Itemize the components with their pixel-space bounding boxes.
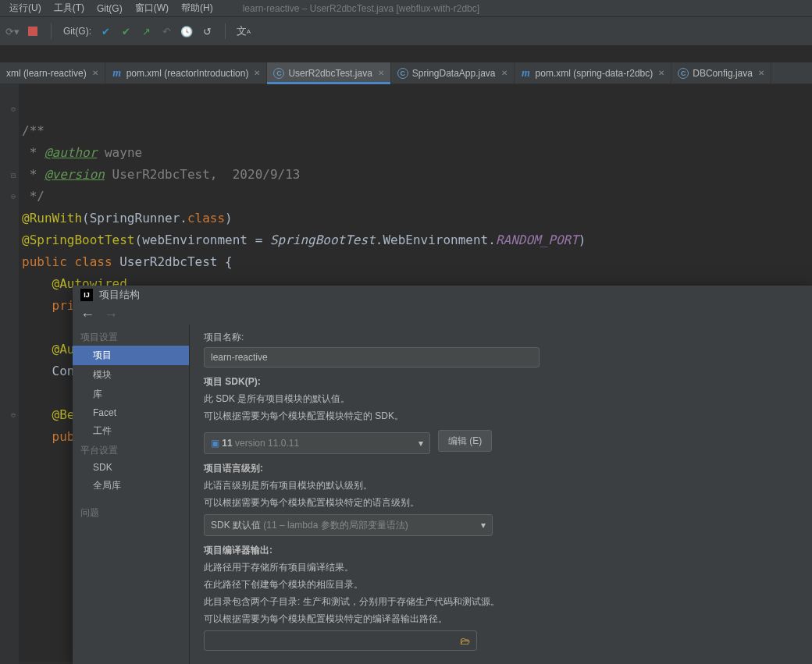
- out-help-1: 此路径用于存储所有项目编译结果。: [204, 560, 798, 574]
- rollback-icon[interactable]: ↺: [201, 25, 213, 37]
- dialog-titlebar[interactable]: IJ 项目结构: [73, 286, 812, 304]
- maven-icon: m: [112, 68, 123, 79]
- toolbar: ⟳▾ Git(G): ✔ ✔ ↗ ↶ 🕓 ↺ 文A: [0, 17, 812, 45]
- dialog-sidebar: 项目设置 项目 模块 库 Facet 工件 平台设置 SDK 全局库 问题: [73, 325, 190, 664]
- tab-label: SpringDataApp.java: [412, 68, 496, 79]
- sdk-help-1: 此 SDK 是所有项目模块的默认值。: [204, 392, 798, 406]
- chevron-down-icon: ▾: [481, 520, 486, 531]
- tab-label: UserR2dbcTest.java: [288, 68, 372, 79]
- out-help-3: 此目录包含两个子目录: 生产和测试，分别用于存储生产代码和测试源。: [204, 595, 798, 609]
- history-icon[interactable]: 🕓: [180, 25, 193, 37]
- folder-icon: ▣: [211, 438, 219, 449]
- project-name-input[interactable]: [204, 347, 540, 368]
- run-dropdown-icon[interactable]: ⟳▾: [6, 25, 19, 37]
- close-icon[interactable]: ✕: [378, 69, 384, 77]
- fold-icon[interactable]: ⊟: [11, 165, 16, 186]
- close-icon[interactable]: ✕: [658, 69, 664, 77]
- window-title: learn-reactive – UserR2dbcTest.java [web…: [243, 3, 479, 14]
- sidebar-item-sdks[interactable]: SDK: [73, 459, 189, 476]
- menu-window[interactable]: 窗口(W): [129, 0, 175, 16]
- compiler-output-input[interactable]: 🗁: [204, 630, 477, 651]
- editor-tabs: xml (learn-reactive) ✕ m pom.xml (reacto…: [0, 62, 812, 84]
- menu-help[interactable]: 帮助(H): [175, 0, 219, 16]
- tab-pom-r2dbc[interactable]: m pom.xml (spring-data-r2dbc) ✕: [515, 62, 672, 83]
- git-history-icon[interactable]: ↶: [160, 25, 173, 37]
- git-push-icon[interactable]: ↗: [140, 25, 152, 37]
- close-icon[interactable]: ✕: [254, 69, 260, 77]
- dialog-main: 项目名称: 项目 SDK(P): 此 SDK 是所有项目模块的默认值。 可以根据…: [190, 325, 812, 664]
- language-level-label: 项目语言级别:: [204, 462, 798, 475]
- tab-label: pom.xml (spring-data-r2dbc): [536, 68, 654, 79]
- browse-folder-icon[interactable]: 🗁: [460, 635, 470, 647]
- compiler-output-label: 项目编译器输出:: [204, 544, 798, 557]
- project-structure-dialog: IJ 项目结构 ← → 项目设置 项目 模块 库 Facet 工件 平台设置 S…: [73, 286, 812, 664]
- dialog-title: 项目结构: [99, 288, 140, 302]
- tab-pom-reactor[interactable]: m pom.xml (reactorIntroduction) ✕: [105, 62, 268, 83]
- tab-label: xml (learn-reactive): [6, 68, 87, 79]
- class-icon: C: [273, 68, 284, 79]
- sdk-combo[interactable]: ▣ 11 version 11.0.11 ▾: [204, 432, 430, 454]
- sidebar-item-global-libs[interactable]: 全局库: [73, 476, 189, 495]
- sidebar-item-modules[interactable]: 模块: [73, 365, 189, 385]
- sidebar-item-facets[interactable]: Facet: [73, 404, 189, 421]
- close-icon[interactable]: ✕: [501, 69, 508, 77]
- lang-help-2: 可以根据需要为每个模块配置模块特定的语言级别。: [204, 495, 798, 510]
- out-help-4: 可以根据需要为每个模块配置模块特定的编译器输出路径。: [204, 612, 798, 626]
- maven-icon: m: [521, 68, 532, 79]
- tab-dbconfig[interactable]: C DBConfig.java ✕: [671, 62, 771, 83]
- edit-sdk-button[interactable]: 编辑 (E): [438, 430, 492, 452]
- tab-springdataapp[interactable]: C SpringDataApp.java ✕: [391, 62, 515, 83]
- menu-git[interactable]: Git(G): [91, 2, 129, 16]
- tab-xml-learn-reactive[interactable]: xml (learn-reactive) ✕: [0, 62, 105, 83]
- fold-icon[interactable]: ⊖: [11, 186, 16, 208]
- fold-icon[interactable]: ⊖: [11, 404, 16, 426]
- language-level-combo[interactable]: SDK 默认值 (11 – lambda 参数的局部变量语法) ▾: [204, 514, 493, 536]
- class-icon: C: [397, 68, 408, 79]
- idea-icon: IJ: [80, 289, 93, 301]
- translate-icon[interactable]: 文A: [237, 25, 250, 37]
- git-label: Git(G):: [63, 26, 91, 37]
- tab-userr2dbctest[interactable]: C UserR2dbcTest.java ✕: [267, 62, 390, 83]
- sidebar-item-artifacts[interactable]: 工件: [73, 421, 189, 441]
- git-update-icon[interactable]: ✔: [99, 25, 112, 37]
- nav-forward-icon: →: [104, 307, 118, 323]
- git-commit-icon[interactable]: ✔: [119, 25, 132, 37]
- dialog-nav: ← →: [73, 304, 812, 325]
- out-help-2: 在此路径下创建每个模块的相应目录。: [204, 577, 798, 591]
- menu-run[interactable]: 运行(U): [3, 0, 48, 16]
- close-icon[interactable]: ✕: [92, 69, 98, 77]
- sidebar-item-project[interactable]: 项目: [73, 346, 189, 365]
- sidebar-group-problems[interactable]: 问题: [73, 503, 189, 521]
- chevron-down-icon: ▾: [418, 438, 423, 449]
- menu-tools[interactable]: 工具(T): [48, 0, 91, 16]
- sdk-help-2: 可以根据需要为每个模块配置模块特定的 SDK。: [204, 409, 798, 423]
- class-icon: C: [678, 68, 689, 79]
- stop-button[interactable]: [27, 25, 39, 37]
- gutter: ⊖ ⊟ ⊖ ⊖: [0, 84, 19, 664]
- tab-label: DBConfig.java: [693, 68, 753, 79]
- lang-help-1: 此语言级别是所有项目模块的默认级别。: [204, 478, 798, 492]
- menubar: 运行(U) 工具(T) Git(G) 窗口(W) 帮助(H) learn-rea…: [0, 0, 812, 17]
- nav-back-icon[interactable]: ←: [80, 307, 94, 323]
- project-sdk-label: 项目 SDK(P):: [204, 375, 798, 389]
- sidebar-group-platform-settings: 平台设置: [73, 441, 189, 459]
- fold-icon[interactable]: ⊖: [11, 98, 16, 120]
- sidebar-item-libraries[interactable]: 库: [73, 385, 189, 404]
- close-icon[interactable]: ✕: [758, 69, 764, 77]
- sidebar-group-project-settings: 项目设置: [73, 328, 189, 346]
- tab-label: pom.xml (reactorIntroduction): [126, 68, 249, 79]
- project-name-label: 项目名称:: [204, 331, 798, 344]
